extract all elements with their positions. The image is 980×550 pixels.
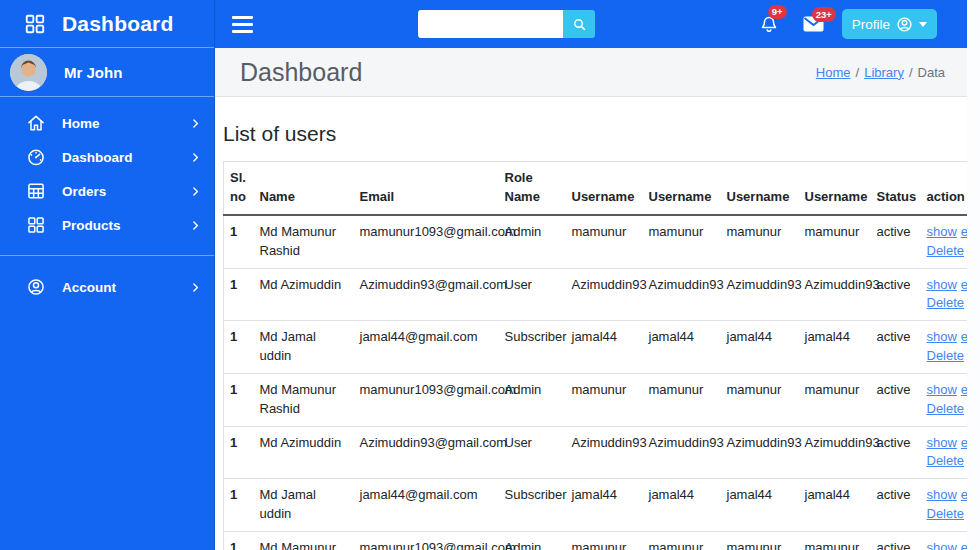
gauge-icon xyxy=(25,147,47,167)
notifications-bell[interactable]: 9+ xyxy=(759,14,779,35)
cell-name: Md Mamunur Rashid xyxy=(254,373,354,426)
search-button[interactable] xyxy=(563,10,595,38)
cell-role: Subscriber xyxy=(499,479,566,532)
cell-role: Admin xyxy=(499,373,566,426)
show-link[interactable]: show xyxy=(927,435,957,450)
cell-username-1: mamunur xyxy=(566,531,643,550)
breadcrumb-library-link[interactable]: Library xyxy=(864,65,904,80)
cell-username-4: Azimuddin93 xyxy=(799,268,871,321)
list-of-users-heading: List of users xyxy=(223,122,965,146)
cell-status: active xyxy=(871,215,921,268)
delete-link[interactable]: Delete xyxy=(927,401,965,416)
cell-status: active xyxy=(871,373,921,426)
show-link[interactable]: show xyxy=(927,540,957,550)
breadcrumb-current: Data xyxy=(918,65,945,80)
cell-email: Azimuddin93@gmail.com xyxy=(354,268,499,321)
table-row: 1 Md Mamunur Rashid mamunur1093@gmail.co… xyxy=(224,215,968,268)
cell-email: mamunur1093@gmail.com xyxy=(354,215,499,268)
page-header: Dashboard Home/Library/Data xyxy=(215,48,967,97)
cell-username-4: mamunur xyxy=(799,215,871,268)
cell-email: jamal44@gmail.com xyxy=(354,321,499,374)
mail-badge: 23+ xyxy=(812,7,836,22)
page-title: Dashboard xyxy=(240,58,362,87)
main-column: 9+ 23+ Profile xyxy=(215,0,967,550)
sidebar-item-label: Dashboard xyxy=(62,150,133,165)
topbar: 9+ 23+ Profile xyxy=(215,0,967,48)
show-link[interactable]: show xyxy=(927,329,957,344)
cell-name: Md Jamal uddin xyxy=(254,479,354,532)
breadcrumb-separator: / xyxy=(909,65,913,80)
cell-username-3: mamunur xyxy=(721,215,799,268)
cell-username-1: Azimuddin93 xyxy=(566,426,643,479)
show-link[interactable]: show xyxy=(927,224,957,239)
cell-action: showedit Delete xyxy=(921,215,968,268)
users-table: Sl. no Name Email Role Name Username Use… xyxy=(223,161,967,550)
person-circle-icon xyxy=(896,16,913,33)
messages[interactable]: 23+ xyxy=(803,16,824,32)
sidebar-nav: Home Dashboard xyxy=(0,97,214,304)
cell-username-2: Azimuddin93 xyxy=(643,426,721,479)
table-row: 1 Md Azimuddin Azimuddin93@gmail.com Use… xyxy=(224,268,968,321)
user-avatar xyxy=(10,54,47,91)
cell-role: User xyxy=(499,426,566,479)
cell-sl-no: 1 xyxy=(224,268,254,321)
cell-username-1: mamunur xyxy=(566,373,643,426)
delete-link[interactable]: Delete xyxy=(927,243,965,258)
chevron-right-icon xyxy=(189,219,202,232)
sidebar-item-account[interactable]: Account xyxy=(0,270,214,304)
delete-link[interactable]: Delete xyxy=(927,348,965,363)
cell-name: Md Jamal uddin xyxy=(254,321,354,374)
sidebar-item-orders[interactable]: Orders xyxy=(0,174,214,208)
chevron-right-icon xyxy=(189,151,202,164)
breadcrumb-home-link[interactable]: Home xyxy=(816,65,851,80)
breadcrumb: Home/Library/Data xyxy=(816,65,945,80)
show-link[interactable]: show xyxy=(927,487,957,502)
cell-username-2: mamunur xyxy=(643,373,721,426)
cell-username-1: jamal44 xyxy=(566,321,643,374)
cell-email: Azimuddin93@gmail.com xyxy=(354,426,499,479)
delete-link[interactable]: Delete xyxy=(927,295,965,310)
cell-role: User xyxy=(499,268,566,321)
cell-username-3: jamal44 xyxy=(721,321,799,374)
content-area: List of users Sl. no Name Email Role Nam… xyxy=(215,97,967,550)
sidebar-item-products[interactable]: Products xyxy=(0,208,214,242)
search-input[interactable] xyxy=(418,10,563,38)
cell-action: showedit Delete xyxy=(921,268,968,321)
cell-username-3: mamunur xyxy=(721,373,799,426)
cell-username-3: jamal44 xyxy=(721,479,799,532)
person-circle-icon xyxy=(25,277,47,297)
sidebar-item-home[interactable]: Home xyxy=(0,106,214,140)
home-icon xyxy=(25,113,47,133)
cell-username-3: mamunur xyxy=(721,531,799,550)
delete-link[interactable]: Delete xyxy=(927,506,965,521)
col-header-role-name: Role Name xyxy=(499,162,566,215)
hamburger-menu-icon[interactable] xyxy=(230,12,255,37)
table-row: 1 Md Azimuddin Azimuddin93@gmail.com Use… xyxy=(224,426,968,479)
cell-username-1: Azimuddin93 xyxy=(566,268,643,321)
cell-status: active xyxy=(871,531,921,550)
col-header-username-2: Username xyxy=(643,162,721,215)
sidebar-divider xyxy=(0,255,214,256)
cell-username-3: Azimuddin93 xyxy=(721,268,799,321)
cell-sl-no: 1 xyxy=(224,321,254,374)
show-link[interactable]: show xyxy=(927,382,957,397)
sidebar-item-label: Home xyxy=(62,116,100,131)
table-row: 1 Md Mamunur Rashid mamunur1093@gmail.co… xyxy=(224,531,968,550)
cell-username-3: Azimuddin93 xyxy=(721,426,799,479)
cell-email: mamunur1093@gmail.com xyxy=(354,373,499,426)
orders-table-icon xyxy=(25,181,47,201)
sidebar-item-label: Account xyxy=(62,280,116,295)
show-link[interactable]: show xyxy=(927,277,957,292)
cell-action: showedit Delete xyxy=(921,426,968,479)
cell-username-1: mamunur xyxy=(566,215,643,268)
cell-email: jamal44@gmail.com xyxy=(354,479,499,532)
cell-username-4: mamunur xyxy=(799,531,871,550)
sidebar-brand[interactable]: Dashboard xyxy=(0,0,214,48)
sidebar-item-dashboard[interactable]: Dashboard xyxy=(0,140,214,174)
table-row: 1 Md Jamal uddin jamal44@gmail.com Subsc… xyxy=(224,321,968,374)
table-row: 1 Md Jamal uddin jamal44@gmail.com Subsc… xyxy=(224,479,968,532)
profile-button[interactable]: Profile xyxy=(842,9,937,39)
delete-link[interactable]: Delete xyxy=(927,453,965,468)
sidebar-user[interactable]: Mr John xyxy=(0,48,214,97)
users-table-head: Sl. no Name Email Role Name Username Use… xyxy=(224,162,968,215)
